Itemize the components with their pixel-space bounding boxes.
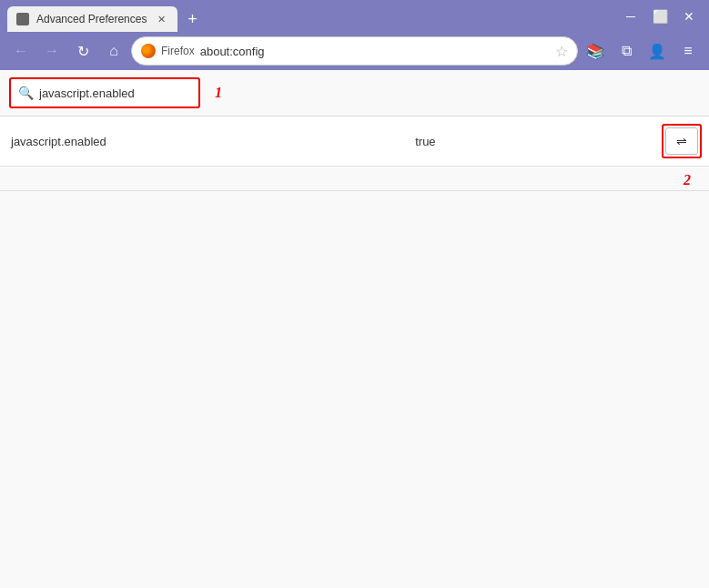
restore-button[interactable]: ⬜ — [647, 4, 673, 29]
annotation-cell: 2 — [0, 167, 709, 191]
close-window-button[interactable]: ✕ — [676, 4, 702, 29]
tab-favicon — [16, 13, 29, 25]
menu-icon[interactable]: ≡ — [674, 37, 702, 65]
window-controls: ─ ⬜ ✕ — [618, 4, 702, 29]
profile-icon[interactable]: 👤 — [643, 37, 671, 65]
tab-title: Advanced Preferences — [36, 13, 147, 25]
pref-value-cell: true — [284, 117, 568, 167]
firefox-label: Firefox — [161, 45, 195, 57]
toggle-button[interactable]: ⇌ — [665, 127, 698, 155]
sync-tabs-icon[interactable]: ⧉ — [613, 37, 640, 65]
search-input[interactable] — [39, 86, 176, 100]
config-table: javascript.enabled true ⇌ 2 — [0, 117, 709, 191]
address-text[interactable]: about:config — [200, 45, 550, 58]
pref-action-cell: ⇌ — [567, 117, 709, 167]
firefox-logo-icon — [141, 44, 156, 58]
search-row: 🔍 1 — [0, 70, 709, 117]
tab-area: Advanced Preferences ✕ + — [7, 0, 613, 32]
minimize-button[interactable]: ─ — [618, 4, 643, 29]
tab-close-button[interactable]: ✕ — [154, 12, 168, 26]
refresh-button[interactable]: ↻ — [69, 37, 96, 65]
bookmark-star-icon[interactable]: ☆ — [555, 43, 568, 60]
bookmarks-icon[interactable]: 📚 — [582, 37, 609, 65]
search-box: 🔍 — [9, 77, 200, 108]
nav-bar: ← → ↻ ⌂ Firefox about:config ☆ 📚 ⧉ 👤 ≡ — [0, 32, 709, 70]
search-icon: 🔍 — [18, 86, 34, 100]
new-tab-button[interactable]: + — [179, 6, 205, 32]
title-bar: Advanced Preferences ✕ + ─ ⬜ ✕ — [0, 0, 709, 32]
forward-button[interactable]: → — [38, 37, 66, 65]
annotation-2: 2 — [7, 168, 702, 188]
address-bar[interactable]: Firefox about:config ☆ — [131, 36, 578, 66]
pref-name-cell: javascript.enabled — [0, 117, 284, 167]
content-area: 🔍 1 javascript.enabled true ⇌ 2 — [0, 70, 709, 588]
annotation-1: 1 — [215, 85, 222, 101]
back-button[interactable]: ← — [7, 37, 35, 65]
active-tab[interactable]: Advanced Preferences ✕ — [7, 6, 177, 32]
table-row: javascript.enabled true ⇌ — [0, 117, 709, 167]
annotation-row: 2 — [0, 167, 709, 191]
home-button[interactable]: ⌂ — [100, 37, 127, 65]
toolbar-icons: 📚 ⧉ 👤 ≡ — [582, 37, 702, 65]
toggle-button-wrap: ⇌ — [662, 124, 702, 158]
